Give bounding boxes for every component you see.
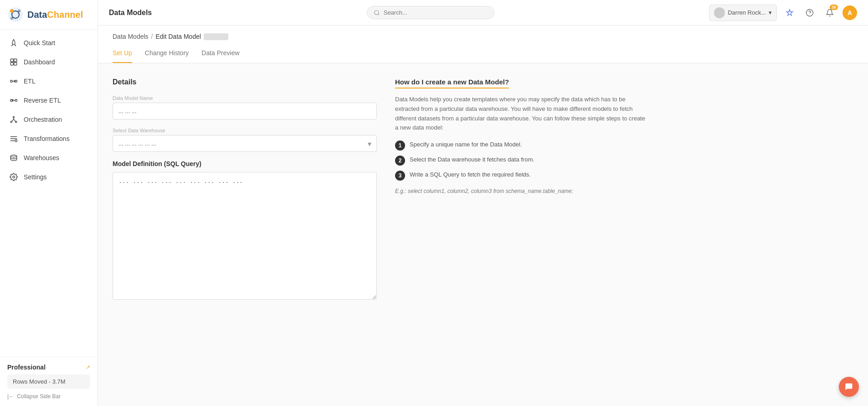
logo: DataChannel [0, 0, 98, 30]
sidebar-item-etl-label: ETL [24, 78, 36, 85]
sidebar-nav: Quick Start Dashboard ETL Reverse ETL [0, 30, 98, 357]
plan-link-icon[interactable]: ↗ [86, 364, 90, 370]
help-button[interactable] [802, 5, 817, 20]
collapse-arrow-icon: |← [7, 393, 14, 400]
form-left: Details Data Model Name Select Data Ware… [113, 78, 377, 302]
topbar: Data Models Darren Rock... ▾ [98, 0, 868, 26]
notification-badge: 35 [830, 5, 838, 10]
tab-change-history[interactable]: Change History [145, 46, 189, 63]
sidebar-item-warehouses[interactable]: Warehouses [0, 148, 98, 167]
form-area: Details Data Model Name Select Data Ware… [98, 63, 868, 316]
help-step-3: 3 Write a SQL Query to fetch the require… [395, 170, 646, 181]
breadcrumb-current: Edit Data Model [155, 33, 201, 40]
transformations-icon [9, 134, 18, 143]
svg-rect-5 [10, 59, 13, 62]
tab-setup[interactable]: Set Up [113, 46, 132, 63]
sidebar-item-reverse-etl-label: Reverse ETL [24, 97, 61, 104]
step-1-number: 1 [395, 141, 405, 151]
help-step-1: 1 Specify a unique name for the Data Mod… [395, 140, 646, 151]
chat-icon [844, 382, 853, 391]
logo-icon [7, 6, 24, 23]
sidebar-item-dashboard-label: Dashboard [24, 58, 55, 66]
etl-icon [9, 77, 18, 86]
help-steps: 1 Specify a unique name for the Data Mod… [395, 140, 646, 181]
topbar-right: Darren Rock... ▾ 35 A [709, 5, 857, 21]
logo-channel: Channel [47, 10, 83, 20]
svg-rect-7 [10, 62, 13, 65]
sidebar-item-quick-start[interactable]: Quick Start [0, 33, 98, 52]
sidebar: DataChannel Quick Start Dashboard ETL [0, 0, 98, 406]
orchestration-icon [9, 115, 18, 124]
step-2-text: Select the Data warehouse it fetches dat… [410, 155, 534, 164]
page-header: Data Models / Edit Data Model ... ... ..… [98, 26, 868, 63]
svg-point-14 [10, 121, 12, 123]
dropdown-chevron-icon: ▾ [769, 9, 772, 16]
step-2-number: 2 [395, 156, 405, 166]
logo-data: Data [27, 10, 47, 20]
help-example: E.g.: select column1, column2, column3 f… [395, 188, 646, 194]
sidebar-item-orchestration-label: Orchestration [24, 116, 62, 123]
reverse-etl-icon [9, 96, 18, 105]
user-name: Darren Rock... [728, 9, 766, 16]
warehouse-label: Select Data Warehouse [113, 128, 377, 133]
step-3-number: 3 [395, 171, 405, 181]
model-name-input[interactable] [113, 103, 377, 120]
content-area: Data Models / Edit Data Model ... ... ..… [98, 26, 868, 406]
sidebar-item-transformations-label: Transformations [24, 135, 70, 142]
svg-point-13 [13, 116, 15, 118]
breadcrumb-separator: / [151, 33, 153, 40]
svg-point-19 [374, 10, 378, 14]
sidebar-bottom: Professional ↗ Rows Moved - 3.7M |← Coll… [0, 357, 98, 406]
svg-point-17 [10, 155, 17, 157]
svg-rect-8 [14, 62, 17, 65]
sidebar-item-settings[interactable]: Settings [0, 167, 98, 187]
warehouse-field: Select Data Warehouse ... ... ... ... ..… [113, 128, 377, 152]
sidebar-item-dashboard[interactable]: Dashboard [0, 52, 98, 72]
grid-icon [9, 57, 18, 67]
help-step-2: 2 Select the Data warehouse it fetches d… [395, 155, 646, 166]
user-avatar-sm [714, 7, 725, 18]
rocket-icon [9, 38, 18, 47]
sidebar-item-quick-start-label: Quick Start [24, 39, 55, 47]
user-dropdown[interactable]: Darren Rock... ▾ [709, 5, 777, 21]
svg-point-0 [8, 7, 23, 22]
model-def-label: Model Definition (SQL Query) [113, 160, 377, 167]
breadcrumb-sub: ... ... ... ... [204, 33, 228, 40]
help-icon [806, 9, 814, 17]
svg-rect-6 [14, 59, 17, 62]
collapse-sidebar-label: Collapse Side Bar [17, 393, 61, 400]
svg-point-20 [806, 9, 813, 16]
search-box[interactable] [367, 6, 494, 19]
notifications-button[interactable]: 35 [822, 5, 837, 20]
model-name-label: Data Model Name [113, 95, 377, 101]
sidebar-item-etl[interactable]: ETL [0, 72, 98, 91]
sidebar-item-reverse-etl[interactable]: Reverse ETL [0, 91, 98, 110]
breadcrumb-parent[interactable]: Data Models [113, 33, 149, 40]
svg-point-15 [15, 121, 17, 123]
tab-data-preview[interactable]: Data Preview [201, 46, 239, 63]
svg-point-3 [18, 10, 21, 12]
warehouse-select[interactable]: ... ... ... ... ... ... [113, 135, 377, 152]
plan-name: Professional [7, 364, 46, 371]
svg-point-4 [10, 17, 13, 20]
sql-editor[interactable]: ... ... ... ... ... ... ... ... ... [113, 172, 377, 300]
page-title: Data Models [109, 9, 152, 17]
warehouses-icon [9, 153, 18, 162]
collapse-sidebar-button[interactable]: |← Collapse Side Bar [7, 393, 90, 400]
model-name-field: Data Model Name [113, 95, 377, 120]
help-description: Data Models help you create templates wh… [395, 95, 646, 133]
search-input[interactable] [384, 9, 488, 16]
sidebar-item-transformations[interactable]: Transformations [0, 129, 98, 148]
form-right: How do I create a new Data Model? Data M… [395, 78, 646, 302]
sparkle-button[interactable] [782, 5, 797, 20]
svg-point-18 [13, 176, 15, 178]
search-icon [374, 10, 380, 16]
chat-bubble-button[interactable] [839, 377, 859, 397]
sidebar-item-settings-label: Settings [24, 173, 47, 181]
user-avatar[interactable]: A [842, 5, 857, 20]
warehouse-select-wrap: ... ... ... ... ... ... ▾ [113, 135, 377, 152]
svg-point-2 [10, 9, 14, 13]
svg-point-16 [15, 140, 17, 142]
sidebar-item-orchestration[interactable]: Orchestration [0, 110, 98, 129]
tabs: Set Up Change History Data Preview [113, 46, 853, 63]
